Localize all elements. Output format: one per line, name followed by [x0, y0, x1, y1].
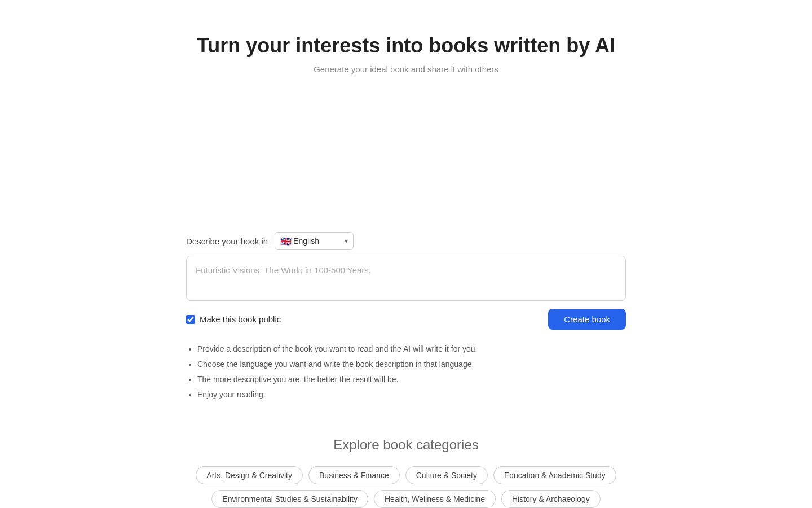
category-tag[interactable]: Health, Wellness & Medicine [374, 490, 496, 508]
tip-item: Provide a description of the book you wa… [197, 343, 626, 355]
form-section: Describe your book in 🇬🇧 English French … [186, 232, 626, 431]
tip-item: The more descriptive you are, the better… [197, 374, 626, 386]
public-checkbox[interactable] [186, 315, 195, 324]
language-label: Describe your book in [186, 237, 268, 246]
category-tag[interactable]: Environmental Studies & Sustainability [211, 490, 368, 508]
create-book-button[interactable]: Create book [548, 309, 626, 330]
categories-section: Explore book categories Arts, Design & C… [0, 431, 812, 508]
tips-list: Provide a description of the book you wa… [186, 343, 626, 404]
category-tag[interactable]: Arts, Design & Creativity [196, 466, 303, 484]
category-tag[interactable]: Business & Finance [308, 466, 400, 484]
tip-item: Choose the language you want and write t… [197, 358, 626, 370]
public-checkbox-label[interactable]: Make this book public [186, 314, 281, 324]
language-row: Describe your book in 🇬🇧 English French … [186, 232, 626, 250]
language-select-wrapper[interactable]: 🇬🇧 English French Spanish German ▾ [275, 232, 354, 250]
language-select[interactable]: English French Spanish German [275, 232, 354, 250]
tip-item: Enjoy your reading. [197, 389, 626, 401]
category-tag[interactable]: History & Archaeology [501, 490, 601, 508]
book-description-textarea[interactable] [186, 256, 626, 301]
hero-subtitle: Generate your ideal book and share it wi… [314, 64, 498, 74]
hero-title: Turn your interests into books written b… [197, 34, 615, 58]
checkbox-text: Make this book public [200, 314, 281, 324]
actions-row: Make this book public Create book [186, 309, 626, 330]
category-tag[interactable]: Culture & Society [405, 466, 488, 484]
categories-tags: Arts, Design & CreativityBusiness & Fina… [152, 466, 660, 508]
categories-title: Explore book categories [333, 437, 478, 453]
page-wrapper: Turn your interests into books written b… [0, 0, 812, 508]
category-tag[interactable]: Education & Academic Study [493, 466, 616, 484]
